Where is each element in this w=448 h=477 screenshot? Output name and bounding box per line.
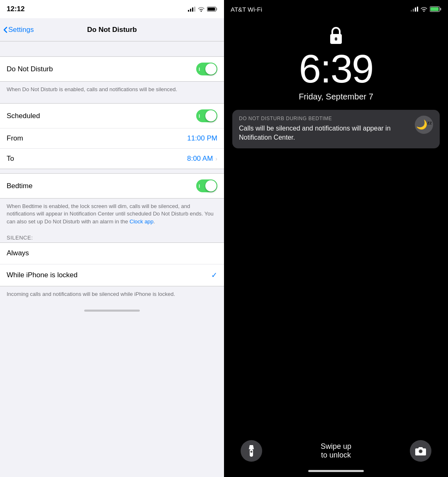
toggle-knob	[205, 63, 217, 75]
to-label: To	[7, 155, 14, 163]
camera-icon	[415, 446, 426, 455]
svg-rect-5	[217, 8, 217, 10]
svg-rect-8	[413, 9, 414, 12]
always-row[interactable]: Always	[0, 243, 224, 264]
lock-time: 6:39	[224, 49, 448, 89]
status-bar: 12:12	[0, 0, 224, 18]
silence-header: SILENCE:	[0, 231, 224, 242]
do-not-disturb-label: Do Not Disturb	[7, 65, 53, 73]
nav-bar: Settings Do Not Disturb	[0, 18, 224, 41]
settings-content: Do Not Disturb I When Do Not Disturb is …	[0, 41, 224, 477]
lock-actions: Swipe up to unlock	[224, 440, 448, 462]
notification-icon: 🌙zz	[415, 116, 433, 134]
home-bar	[84, 310, 140, 312]
wifi-icon	[198, 7, 205, 12]
while-locked-description: Incoming calls and notifications will be…	[0, 286, 224, 304]
svg-rect-7	[411, 10, 412, 12]
scheduled-row[interactable]: Scheduled I	[0, 104, 224, 128]
do-not-disturb-section: Do Not Disturb I	[0, 56, 224, 82]
lock-battery-icon	[430, 6, 441, 12]
svg-rect-15	[335, 37, 337, 41]
svg-rect-1	[190, 9, 191, 12]
scheduled-toggle[interactable]: I	[196, 109, 217, 122]
bedtime-toggle[interactable]: I	[196, 179, 217, 192]
flashlight-icon	[247, 445, 256, 457]
lock-bottom: Swipe up to unlock	[224, 440, 448, 477]
section-gap-2	[0, 99, 224, 103]
svg-rect-0	[188, 10, 189, 12]
lock-status-icons	[411, 6, 441, 12]
lock-screen-panel: AT&T Wi-Fi	[224, 0, 448, 477]
scheduled-label: Scheduled	[7, 112, 40, 120]
from-value: 11:00 PM	[187, 134, 217, 143]
swipe-text: Swipe up to unlock	[321, 442, 351, 460]
home-indicator	[0, 304, 224, 318]
battery-icon	[207, 7, 217, 12]
svg-rect-10	[417, 7, 418, 12]
notification-header: DO NOT DISTURB DURING BEDTIME	[239, 116, 410, 121]
notification-card: DO NOT DISTURB DURING BEDTIME Calls will…	[232, 110, 440, 148]
section-gap-1	[0, 41, 224, 56]
bedtime-section: Bedtime I	[0, 173, 224, 199]
back-button[interactable]: Settings	[3, 26, 34, 34]
svg-rect-6	[208, 8, 215, 11]
svg-rect-16	[250, 449, 253, 457]
from-to-row[interactable]: From 11:00 PM To 8:00 AM ›	[0, 128, 224, 169]
to-value: 8:00 AM ›	[187, 155, 217, 163]
scheduled-section: Scheduled I From 11:00 PM To 8:00 AM	[0, 103, 224, 169]
status-icons	[188, 7, 217, 12]
status-time: 12:12	[7, 5, 24, 13]
lock-icon-area	[224, 27, 448, 45]
camera-button[interactable]	[410, 440, 431, 462]
while-locked-label: While iPhone is locked	[7, 271, 78, 279]
notification-content: DO NOT DISTURB DURING BEDTIME Calls will…	[239, 116, 410, 143]
svg-rect-2	[192, 7, 193, 12]
lock-wifi-icon	[421, 7, 427, 12]
padlock-icon	[329, 27, 343, 45]
while-locked-row[interactable]: While iPhone is locked ✓	[0, 264, 224, 286]
signal-icon	[188, 7, 195, 12]
clock-app-link[interactable]: Clock app	[129, 218, 153, 225]
bedtime-label: Bedtime	[7, 182, 32, 190]
from-to-chevron: ›	[215, 155, 217, 162]
section-gap-3	[0, 169, 224, 173]
notification-icon-emoji: 🌙zz	[416, 119, 432, 130]
bedtime-description: When Bedtime is enabled, the lock screen…	[0, 199, 224, 231]
scheduled-toggle-knob	[205, 110, 217, 121]
bedtime-row[interactable]: Bedtime I	[0, 174, 224, 198]
settings-panel: 12:12	[0, 0, 224, 477]
svg-rect-12	[440, 8, 441, 10]
nav-title: Do Not Disturb	[87, 26, 137, 34]
do-not-disturb-description: When Do Not Disturb is enabled, calls an…	[0, 82, 224, 99]
bedtime-toggle-knob	[205, 180, 217, 191]
silence-options: Always While iPhone is locked ✓	[0, 242, 224, 286]
do-not-disturb-row[interactable]: Do Not Disturb I	[0, 57, 224, 81]
lock-status-bar: AT&T Wi-Fi	[224, 0, 448, 18]
while-locked-checkmark: ✓	[211, 271, 217, 280]
svg-point-17	[251, 451, 253, 453]
svg-rect-13	[431, 7, 439, 11]
lock-home-bar	[308, 470, 364, 472]
svg-rect-3	[194, 7, 195, 12]
always-label: Always	[7, 249, 29, 257]
lock-carrier: AT&T Wi-Fi	[231, 6, 262, 13]
svg-point-19	[420, 450, 422, 453]
back-label: Settings	[8, 26, 34, 34]
lock-signal-icon	[411, 7, 418, 12]
chevron-left-icon	[3, 27, 7, 33]
do-not-disturb-toggle[interactable]: I	[196, 63, 217, 75]
from-label: From	[7, 134, 23, 143]
svg-rect-9	[415, 7, 416, 12]
flashlight-button[interactable]	[241, 440, 262, 462]
lock-date: Friday, September 7	[224, 92, 448, 102]
lock-home-indicator	[224, 467, 448, 477]
notification-body: Calls will be silenced and notifications…	[239, 124, 410, 143]
